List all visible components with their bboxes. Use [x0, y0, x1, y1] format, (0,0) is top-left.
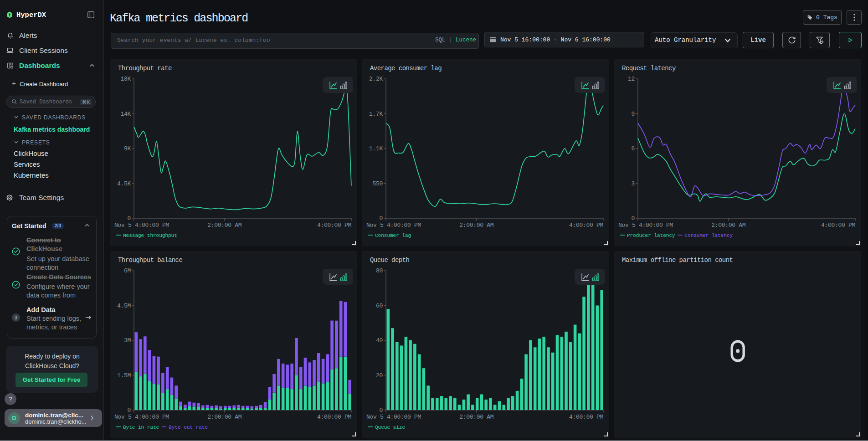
- svg-text:4:00:00 PM: 4:00:00 PM: [821, 222, 855, 229]
- svg-text:Producer latency: Producer latency: [627, 233, 675, 238]
- svg-text:Nov 5 4:00:00 PM: Nov 5 4:00:00 PM: [618, 222, 673, 229]
- svg-text:2:00:00 AM: 2:00:00 AM: [711, 222, 745, 229]
- svg-text:2:00:00 AM: 2:00:00 AM: [207, 414, 241, 420]
- svg-text:2:00:00 AM: 2:00:00 AM: [459, 222, 493, 229]
- svg-text:0: 0: [379, 407, 383, 414]
- svg-text:Message throughput: Message throughput: [123, 233, 177, 238]
- svg-text:Consumer latency: Consumer latency: [685, 233, 733, 238]
- svg-text:Nov 5 4:00:00 PM: Nov 5 4:00:00 PM: [366, 414, 421, 420]
- svg-text:1.5M: 1.5M: [117, 372, 131, 379]
- svg-text:80: 80: [376, 267, 383, 274]
- svg-text:Byte in rate: Byte in rate: [123, 425, 159, 430]
- svg-text:4:00:00 PM: 4:00:00 PM: [569, 222, 603, 229]
- svg-text:9: 9: [631, 111, 635, 118]
- svg-text:Nov 5 4:00:00 PM: Nov 5 4:00:00 PM: [114, 222, 169, 229]
- svg-text:1.1K: 1.1K: [369, 145, 383, 152]
- svg-text:2.2K: 2.2K: [369, 76, 383, 82]
- svg-text:60: 60: [376, 303, 383, 309]
- svg-text:9K: 9K: [124, 145, 131, 152]
- svg-text:Nov 5 4:00:00 PM: Nov 5 4:00:00 PM: [114, 414, 169, 420]
- svg-text:14K: 14K: [120, 111, 131, 118]
- svg-text:12: 12: [628, 76, 635, 82]
- svg-text:550: 550: [372, 180, 383, 187]
- svg-text:0: 0: [127, 407, 131, 414]
- svg-text:4.5M: 4.5M: [117, 303, 131, 309]
- svg-text:18K: 18K: [120, 76, 131, 82]
- svg-text:6: 6: [631, 145, 635, 152]
- svg-text:3M: 3M: [124, 337, 131, 344]
- svg-text:3: 3: [631, 180, 635, 187]
- svg-text:4:00:00 PM: 4:00:00 PM: [317, 222, 351, 229]
- svg-text:0: 0: [631, 215, 635, 222]
- svg-text:20: 20: [376, 372, 383, 379]
- svg-text:Queue size: Queue size: [375, 425, 405, 430]
- svg-text:2:00:00 AM: 2:00:00 AM: [207, 222, 241, 229]
- svg-text:2:00:00 AM: 2:00:00 AM: [459, 414, 493, 420]
- svg-text:1.7K: 1.7K: [369, 111, 383, 118]
- svg-text:40: 40: [376, 337, 383, 344]
- svg-text:4:00:00 PM: 4:00:00 PM: [317, 414, 351, 420]
- svg-text:0: 0: [127, 215, 131, 222]
- svg-text:0: 0: [379, 215, 383, 222]
- svg-text:Consumer lag: Consumer lag: [375, 233, 411, 238]
- svg-text:Byte out rate: Byte out rate: [169, 425, 208, 430]
- svg-text:4:00:00 PM: 4:00:00 PM: [569, 414, 603, 420]
- svg-text:4.5K: 4.5K: [117, 180, 131, 187]
- svg-text:6M: 6M: [124, 267, 131, 274]
- svg-text:Nov 5 4:00:00 PM: Nov 5 4:00:00 PM: [366, 222, 421, 229]
